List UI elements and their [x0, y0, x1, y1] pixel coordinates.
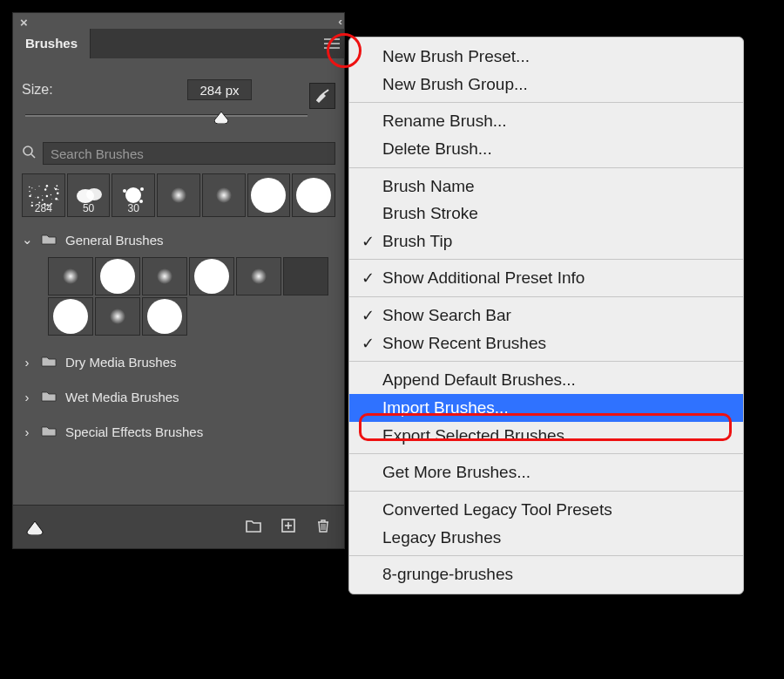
brush-cell[interactable] [95, 297, 140, 336]
brush-thumb[interactable]: 50 [67, 173, 111, 217]
svg-point-28 [46, 185, 48, 187]
size-row: Size: [13, 58, 344, 112]
menu-item[interactable]: Legacy Brushes [349, 524, 743, 552]
menu-item[interactable]: ✓Brush Tip [349, 227, 743, 255]
new-icon[interactable] [280, 517, 297, 538]
tab-bar: Brushes [13, 29, 344, 58]
svg-point-32 [57, 200, 58, 200]
brush-cell[interactable] [142, 257, 187, 295]
footer-brush-thumb[interactable] [25, 519, 44, 535]
chevron-right-icon: › [22, 424, 32, 439]
svg-line-5 [31, 154, 35, 158]
svg-point-22 [31, 187, 32, 188]
brush-groups: ⌄ General Brushes› Dry Media Brushes› We… [13, 222, 344, 449]
size-slider[interactable] [25, 112, 332, 130]
menu-item-label: Converted Legacy Tool Presets [382, 500, 612, 519]
brush-thumb[interactable] [292, 173, 335, 217]
group-name: Wet Media Brushes [65, 390, 179, 404]
group-name: Special Effects Brushes [65, 424, 203, 439]
brush-group-header[interactable]: ⌄ General Brushes [22, 227, 335, 252]
collapse-icon[interactable]: ‹‹ [338, 15, 339, 28]
menu-item[interactable]: ✓Show Recent Brushes [349, 329, 743, 357]
brush-cell[interactable] [189, 257, 234, 295]
checkmark-icon: ✓ [362, 268, 375, 289]
brush-cell[interactable] [48, 297, 93, 336]
svg-point-19 [42, 199, 44, 200]
menu-separator [349, 102, 743, 103]
brush-thumb[interactable]: 284 [22, 173, 65, 217]
menu-item[interactable]: Brush Name [349, 173, 743, 200]
slider-thumb[interactable] [214, 112, 228, 124]
recent-brushes-row: 2845030 [13, 172, 344, 222]
menu-item-label: Rename Brush... [382, 112, 507, 130]
menu-item[interactable]: Converted Legacy Tool Presets [349, 496, 743, 524]
svg-point-6 [29, 191, 30, 192]
brush-group-header[interactable]: › Wet Media Brushes [22, 384, 335, 409]
menu-item[interactable]: New Brush Group... [349, 71, 743, 98]
tab-brushes[interactable]: Brushes [13, 29, 91, 58]
svg-point-40 [140, 187, 144, 191]
svg-point-29 [30, 194, 31, 195]
panel-footer [13, 505, 344, 548]
svg-point-33 [51, 199, 52, 200]
menu-item[interactable]: Rename Brush... [349, 107, 743, 135]
svg-point-38 [125, 187, 141, 203]
menu-item[interactable]: Get More Brushes... [349, 458, 743, 486]
svg-point-24 [38, 186, 39, 187]
menu-item-label: Show Recent Brushes [382, 334, 546, 352]
svg-point-12 [35, 189, 36, 190]
svg-point-20 [57, 189, 58, 190]
menu-item[interactable]: Brush Stroke [349, 200, 743, 227]
menu-item[interactable]: Delete Brush... [349, 135, 743, 163]
folder-icon[interactable] [245, 517, 262, 538]
search-icon [22, 145, 36, 162]
svg-point-8 [56, 185, 57, 187]
menu-separator [349, 555, 743, 556]
svg-point-18 [51, 194, 51, 195]
menu-separator [349, 167, 743, 168]
group-name: General Brushes [65, 233, 164, 248]
brush-thumb[interactable] [247, 173, 291, 217]
menu-item[interactable]: ✓Show Search Bar [349, 302, 743, 329]
brush-preview-toggle[interactable] [309, 83, 335, 109]
search-input[interactable] [43, 142, 335, 165]
brush-cell[interactable] [283, 257, 328, 295]
menu-item[interactable]: 8-grunge-brushes [349, 560, 743, 588]
menu-item-label: Show Additional Preset Info [382, 268, 585, 287]
menu-item-label: Get More Brushes... [382, 463, 531, 481]
menu-item-label: Delete Brush... [382, 139, 492, 158]
brush-group-header[interactable]: › Special Effects Brushes [22, 419, 335, 444]
chevron-right-icon: › [22, 355, 32, 370]
menu-separator [349, 361, 743, 362]
annotation-rect [359, 413, 732, 441]
flyout-menu: New Brush Preset...New Brush Group...Ren… [348, 37, 744, 594]
svg-point-7 [35, 197, 36, 198]
close-icon[interactable]: × [20, 15, 28, 30]
brush-thumb[interactable]: 30 [112, 173, 155, 217]
menu-item-label: Append Default Brushes... [382, 370, 576, 389]
menu-item-label: Show Search Bar [382, 306, 511, 324]
svg-point-23 [55, 188, 57, 190]
brush-cell[interactable] [236, 257, 281, 295]
brush-thumb[interactable] [157, 173, 200, 217]
size-label: Size: [22, 82, 53, 98]
menu-item-label: 8-grunge-brushes [382, 565, 513, 583]
brush-group-header[interactable]: › Dry Media Brushes [22, 350, 335, 374]
search-row [13, 139, 344, 172]
menu-item-label: New Brush Group... [382, 75, 528, 93]
menu-item[interactable]: Append Default Brushes... [349, 366, 743, 394]
size-input[interactable] [187, 79, 252, 100]
svg-point-26 [46, 195, 48, 197]
trash-icon[interactable] [314, 517, 332, 538]
folder-icon [41, 355, 57, 370]
brush-thumb[interactable] [202, 173, 246, 217]
menu-item[interactable]: New Brush Preset... [349, 43, 743, 71]
brush-cell[interactable] [95, 257, 140, 295]
group-name: Dry Media Brushes [65, 355, 177, 370]
menu-item[interactable]: ✓Show Additional Preset Info [349, 264, 743, 292]
menu-separator [349, 259, 743, 260]
svg-point-30 [29, 187, 30, 188]
brush-cell[interactable] [48, 257, 93, 295]
brush-cell[interactable] [142, 297, 187, 336]
svg-point-17 [55, 198, 57, 200]
